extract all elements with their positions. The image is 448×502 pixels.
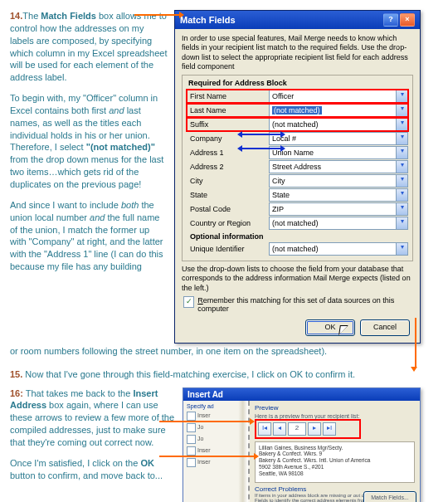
insert-option[interactable]: Jo — [187, 423, 245, 432]
checkbox-icon[interactable] — [187, 435, 196, 444]
chevron-down-icon[interactable] — [396, 217, 407, 229]
field-row: Postal CodeZIP — [187, 202, 408, 216]
field-row: First NameOfficer — [187, 90, 408, 103]
nav-prev-button[interactable]: ◂ — [273, 422, 286, 436]
orange-arrow — [134, 14, 180, 16]
checkbox-icon[interactable] — [187, 423, 196, 432]
field-label: Postal Code — [187, 205, 269, 213]
insert-option[interactable]: Inser — [187, 446, 245, 456]
field-dropdown[interactable]: City — [269, 174, 408, 188]
dialog-title: Match Fields — [180, 15, 236, 25]
help-button[interactable]: ? — [383, 13, 398, 27]
field-label: First Name — [187, 92, 269, 100]
chevron-down-icon[interactable] — [396, 147, 407, 158]
blue-arrow-head — [237, 145, 242, 152]
match-fields-dialog: Match Fields ? × In order to use special… — [174, 10, 421, 344]
field-row: Address 1Union Name — [187, 146, 408, 159]
insert-titlebar: Insert Ad — [183, 388, 420, 401]
blue-arrow-head — [237, 131, 242, 138]
blue-arrow — [241, 134, 282, 135]
preview-header: Preview — [255, 404, 415, 412]
field-label: City — [187, 177, 269, 185]
preview-nav: I◂ ◂ 2 ▸ ▸I — [255, 419, 361, 439]
insert-address-dialog: Insert Ad Specify ad InserJoJoInserInser… — [183, 387, 421, 502]
checkbox-icon[interactable] — [187, 458, 196, 467]
field-dropdown[interactable]: (not matched) — [269, 104, 408, 117]
field-label: Country or Region — [187, 219, 269, 227]
nav-first-button[interactable]: I◂ — [258, 422, 271, 436]
chevron-down-icon[interactable] — [396, 203, 407, 215]
orange-arrow — [415, 318, 416, 368]
orange-arrow-head — [179, 12, 184, 18]
chevron-down-icon[interactable] — [396, 243, 407, 255]
field-dropdown[interactable]: State — [269, 188, 408, 202]
required-group: Required for Address Block First NameOff… — [182, 75, 413, 261]
ok-button[interactable]: OK — [305, 319, 355, 336]
blue-arrow — [241, 148, 282, 149]
field-row: Suffix(not matched) — [187, 118, 408, 131]
field-dropdown[interactable]: (not matched) — [269, 118, 408, 131]
close-button[interactable]: × — [400, 13, 415, 27]
field-row: Address 2Street Address — [187, 160, 408, 173]
optional-title: Optional information — [190, 232, 408, 241]
field-dropdown[interactable]: Street Address — [269, 160, 408, 173]
orange-arrow-head — [254, 453, 259, 460]
address-preview: Lillian Gaines, Business Mgr/Secty.Baker… — [255, 441, 415, 483]
insert-option[interactable]: Jo — [187, 435, 245, 444]
field-row: CityCity — [187, 174, 408, 188]
insert-left-panel: Specify ad InserJoJoInserInser — [183, 401, 250, 502]
nav-next-button[interactable]: ▸ — [308, 422, 321, 436]
field-label: Last Name — [187, 106, 269, 115]
chevron-down-icon[interactable] — [396, 90, 407, 102]
step-15-text: 15. Now that I've gone through this fiel… — [10, 369, 438, 379]
chevron-down-icon[interactable] — [396, 175, 407, 187]
field-dropdown[interactable]: Union Name — [269, 146, 408, 159]
checkbox-icon[interactable] — [187, 412, 196, 421]
cancel-button[interactable]: Cancel — [360, 319, 410, 336]
orange-arrow-head — [411, 367, 417, 372]
step-14-tail: or room numbers following the street num… — [10, 345, 438, 358]
insert-option[interactable]: Inser — [187, 412, 245, 421]
chevron-down-icon[interactable] — [396, 105, 407, 116]
field-dropdown[interactable]: (not matched) — [269, 217, 408, 230]
dialog-titlebar: Match Fields ? × — [175, 11, 420, 29]
orange-arrow — [159, 421, 251, 422]
field-row: StateState — [187, 188, 408, 202]
match-fields-button[interactable]: Match Fields... — [363, 491, 416, 502]
orange-arrow — [159, 456, 255, 457]
field-dropdown[interactable]: Officer — [269, 90, 408, 103]
step-14-text: 14.The Match Fields box allows me to con… — [10, 10, 168, 281]
field-row: CompanyLocal # — [187, 132, 408, 145]
required-title: Required for Address Block — [188, 79, 408, 87]
field-row: Country or Region(not matched) — [187, 217, 408, 230]
chevron-down-icon[interactable] — [396, 119, 407, 130]
field-row-unique: Unique Identifier (not matched) — [187, 242, 408, 256]
field-label: Address 1 — [187, 149, 269, 157]
dropdown-unique[interactable]: (not matched) — [269, 242, 408, 256]
remember-checkbox[interactable]: ✓ — [183, 296, 194, 308]
chevron-down-icon[interactable] — [396, 161, 407, 173]
chevron-down-icon[interactable] — [396, 133, 407, 144]
field-row: Last Name(not matched) — [187, 104, 408, 117]
step-14-number: 14. — [10, 11, 22, 21]
blue-arrow-head — [280, 145, 285, 152]
checkbox-icon[interactable] — [187, 446, 196, 456]
nav-last-button[interactable]: ▸I — [323, 422, 336, 436]
field-dropdown[interactable]: Local # — [269, 132, 408, 145]
field-label: Suffix — [187, 120, 269, 129]
blue-arrow-head — [280, 131, 285, 138]
dialog-intro: In order to use special features, Mail M… — [182, 34, 413, 71]
field-label: Address 2 — [187, 163, 269, 171]
step-16-text: 16: That takes me back to the Insert Add… — [10, 387, 176, 490]
field-dropdown[interactable]: ZIP — [269, 202, 408, 216]
chevron-down-icon[interactable] — [396, 189, 407, 201]
dialog-hint: Use the drop-down lists to choose the fi… — [182, 265, 413, 293]
orange-arrow-head — [250, 418, 255, 425]
nav-number[interactable]: 2 — [288, 422, 306, 436]
insert-option[interactable]: Inser — [187, 458, 245, 467]
remember-row: ✓ Remember this matching for this set of… — [183, 296, 413, 313]
field-label: Company — [187, 134, 269, 143]
field-label: State — [187, 191, 269, 199]
